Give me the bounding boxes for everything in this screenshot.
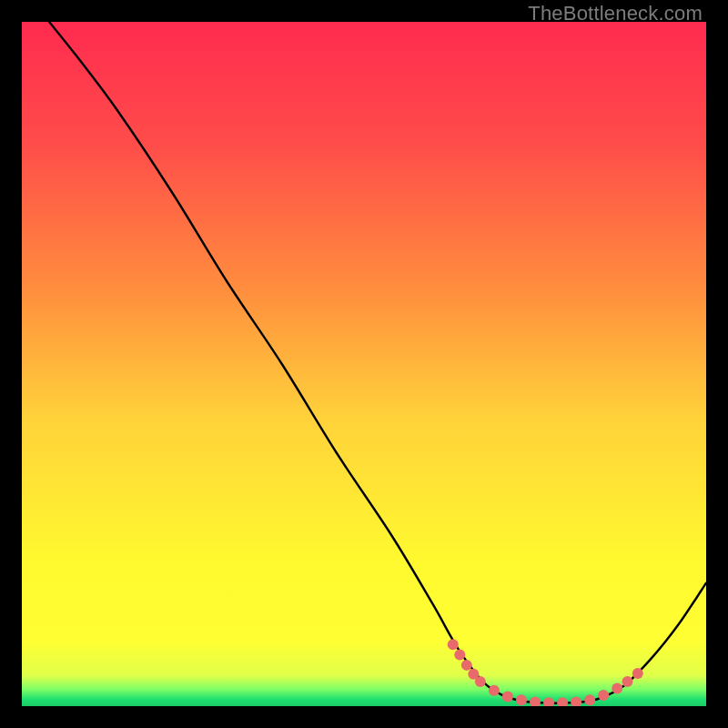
highlight-dot (612, 682, 622, 693)
bottleneck-chart (22, 22, 706, 706)
highlight-dot (502, 691, 513, 702)
highlight-dot (475, 676, 486, 687)
highlight-dot (516, 694, 527, 705)
highlight-dot (584, 694, 595, 705)
highlight-dot (598, 690, 609, 701)
highlight-dot (461, 660, 472, 671)
chart-frame (22, 22, 706, 706)
highlight-dot (454, 650, 465, 661)
highlight-dot (632, 668, 643, 679)
watermark-text: TheBottleneck.com (528, 2, 703, 25)
highlight-dot (622, 676, 633, 687)
highlight-dot (448, 639, 459, 650)
gradient-background (22, 22, 706, 706)
highlight-dot (489, 685, 500, 696)
